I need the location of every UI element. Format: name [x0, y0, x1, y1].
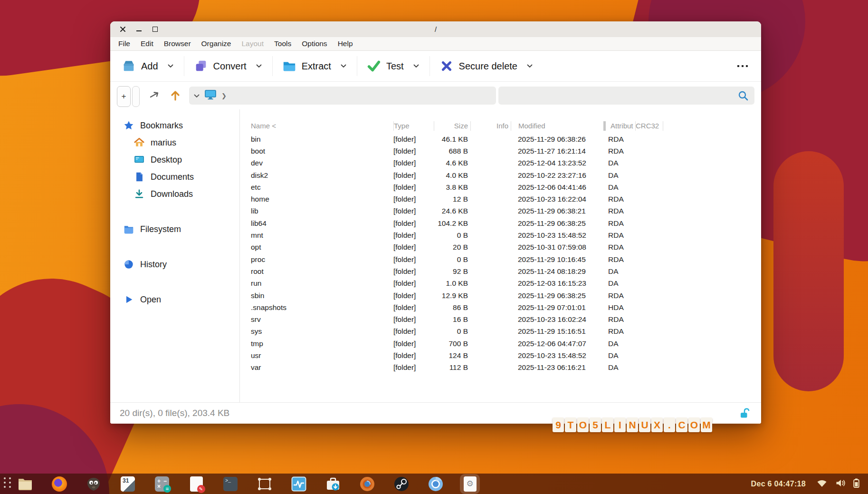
- software-installer-icon[interactable]: [325, 476, 341, 492]
- file-row[interactable]: .snapshots [folder] 86 B 2025-11-29 07:0…: [240, 301, 761, 313]
- calculator-icon[interactable]: + − × =: [154, 476, 170, 492]
- file-row[interactable]: proc [folder] 0 B 2025-11-29 10:16:45 RD…: [240, 253, 761, 265]
- file-row[interactable]: lib64 [folder] 104.2 KB 2025-11-29 06:38…: [240, 217, 761, 229]
- chevron-down-icon[interactable]: [256, 64, 262, 68]
- new-tab-button[interactable]: +: [117, 86, 131, 107]
- secure-delete-label: Secure delete: [459, 61, 517, 72]
- file-row[interactable]: root [folder] 92 B 2025-11-24 08:18:29 D…: [240, 265, 761, 277]
- tab[interactable]: [132, 86, 140, 107]
- watermark: 9TO5LINUX.COM: [553, 417, 712, 432]
- toolbar-separator: [357, 56, 357, 76]
- terminal-icon[interactable]: >_: [222, 476, 238, 492]
- volume-icon[interactable]: [835, 479, 846, 489]
- column-header-name[interactable]: Name <: [240, 121, 393, 131]
- file-manager-icon[interactable]: [17, 476, 33, 492]
- file-type-cell: [folder]: [393, 171, 434, 180]
- sidebar-item-open[interactable]: Open: [110, 291, 239, 308]
- settings-icon[interactable]: ⚙: [462, 476, 478, 492]
- toolbar-overflow-button[interactable]: [737, 65, 748, 67]
- menu-browser[interactable]: Browser: [159, 37, 196, 50]
- menu-organize[interactable]: Organize: [196, 37, 237, 50]
- column-header-attributes[interactable]: Attribut: [603, 121, 635, 131]
- file-row[interactable]: opt [folder] 20 B 2025-10-31 07:59:08 RD…: [240, 242, 761, 253]
- sidebar-item-bookmarks[interactable]: Bookmarks: [110, 117, 239, 134]
- node-editor-icon[interactable]: [257, 476, 273, 492]
- secure-delete-button[interactable]: Secure delete: [436, 56, 521, 76]
- file-row[interactable]: srv [folder] 16 B 2025-10-23 16:02:24 RD…: [240, 313, 761, 325]
- column-header-modified[interactable]: Modified: [511, 121, 603, 131]
- file-row[interactable]: home [folder] 12 B 2025-10-23 16:22:04 R…: [240, 193, 761, 205]
- column-header-info[interactable]: Info: [470, 121, 511, 131]
- add-button[interactable]: Add: [118, 56, 162, 76]
- column-header-type[interactable]: Type: [393, 121, 434, 131]
- file-row[interactable]: usr [folder] 124 B 2025-10-23 15:48:52 D…: [240, 349, 761, 361]
- app-launcher-button[interactable]: [4, 477, 11, 490]
- file-size-cell: 12.9 KB: [434, 291, 470, 300]
- steam-icon[interactable]: [393, 476, 410, 492]
- file-row[interactable]: tmp [folder] 700 B 2025-12-06 04:47:07 D…: [240, 338, 761, 349]
- taskbar-clock[interactable]: Dec 6 04:47:18: [751, 480, 806, 488]
- file-row[interactable]: disk2 [folder] 4.0 KB 2025-10-22 23:27:1…: [240, 169, 761, 181]
- watermark-letter: 9: [553, 417, 564, 432]
- gimp-icon[interactable]: [86, 476, 102, 492]
- sidebar-item-history[interactable]: History: [110, 256, 239, 273]
- pencil-icon: ✎: [197, 485, 205, 493]
- test-button[interactable]: Test: [363, 56, 408, 76]
- system-monitor-icon[interactable]: [291, 476, 307, 492]
- extract-button[interactable]: Extract: [278, 56, 335, 76]
- breadcrumb-bar[interactable]: ❯: [189, 87, 496, 105]
- go-up-button[interactable]: [170, 90, 181, 101]
- file-row[interactable]: boot [folder] 688 B 2025-11-27 16:21:14 …: [240, 145, 761, 157]
- chevron-down-icon[interactable]: [413, 64, 419, 68]
- column-header-size[interactable]: Size: [434, 121, 470, 131]
- file-row[interactable]: mnt [folder] 0 B 2025-10-23 15:48:52 RDA: [240, 229, 761, 241]
- menu-tools[interactable]: Tools: [269, 37, 296, 50]
- sidebar-item-downloads[interactable]: Downloads: [110, 185, 239, 203]
- file-row[interactable]: dev [folder] 4.6 KB 2025-12-04 13:23:52 …: [240, 157, 761, 169]
- file-row[interactable]: var [folder] 112 B 2025-11-23 06:16:21 D…: [240, 362, 761, 374]
- chromium-icon[interactable]: [428, 476, 444, 492]
- unlock-icon[interactable]: [740, 408, 750, 421]
- sidebar-item-documents[interactable]: Documents: [110, 168, 239, 185]
- menu-edit[interactable]: Edit: [135, 37, 159, 50]
- computer-icon[interactable]: [204, 89, 217, 102]
- column-header-crc32[interactable]: CRC32: [635, 121, 663, 131]
- convert-button[interactable]: Convert: [190, 56, 250, 76]
- menu-help[interactable]: Help: [333, 37, 358, 50]
- file-row[interactable]: run [folder] 1.0 KB 2025-12-03 16:15:23 …: [240, 278, 761, 290]
- gear-icon: ⚙: [466, 479, 473, 489]
- titlebar[interactable]: /: [110, 21, 761, 37]
- text-editor-icon[interactable]: ✎: [188, 476, 204, 492]
- file-row[interactable]: bin [folder] 46.1 KB 2025-11-29 06:38:26…: [240, 133, 761, 145]
- file-type-cell: [folder]: [393, 243, 434, 252]
- file-row[interactable]: sbin [folder] 12.9 KB 2025-11-29 06:38:2…: [240, 290, 761, 301]
- calendar-icon[interactable]: 31: [120, 476, 136, 492]
- file-type-cell: [folder]: [393, 183, 434, 192]
- add-label: Add: [141, 61, 158, 72]
- menu-options[interactable]: Options: [296, 37, 332, 50]
- firefox-icon[interactable]: [51, 476, 67, 492]
- file-size-cell: 24.6 KB: [434, 207, 470, 215]
- chevron-down-icon[interactable]: [168, 64, 173, 68]
- sidebar-item-filesystem[interactable]: Filesystem: [110, 221, 239, 238]
- search-input[interactable]: [498, 87, 754, 105]
- file-name-cell: etc: [240, 183, 393, 192]
- wifi-icon[interactable]: [816, 479, 828, 489]
- file-rows: bin [folder] 46.1 KB 2025-11-29 06:38:26…: [240, 133, 761, 374]
- photo-viewer-icon[interactable]: [359, 476, 375, 492]
- navigation-bar: + ❯: [110, 82, 761, 109]
- chevron-down-icon[interactable]: [527, 64, 533, 68]
- file-row[interactable]: sys [folder] 0 B 2025-11-29 15:16:51 RDA: [240, 326, 761, 338]
- go-forward-button[interactable]: [149, 90, 161, 101]
- menu-file[interactable]: File: [113, 37, 135, 50]
- file-row[interactable]: etc [folder] 3.8 KB 2025-12-06 04:41:46 …: [240, 181, 761, 193]
- taskbar: 31 + − × = ✎ >_: [0, 474, 868, 494]
- chevron-down-icon[interactable]: [194, 91, 200, 100]
- sidebar-item-desktop[interactable]: Desktop: [110, 151, 239, 168]
- chevron-down-icon[interactable]: [341, 64, 346, 68]
- sidebar-item-home[interactable]: marius: [110, 134, 239, 151]
- file-type-cell: [folder]: [393, 267, 434, 276]
- battery-icon[interactable]: [853, 478, 859, 490]
- file-modified-cell: 2025-10-23 16:02:24: [511, 315, 603, 324]
- file-row[interactable]: lib [folder] 24.6 KB 2025-11-29 06:38:21…: [240, 205, 761, 217]
